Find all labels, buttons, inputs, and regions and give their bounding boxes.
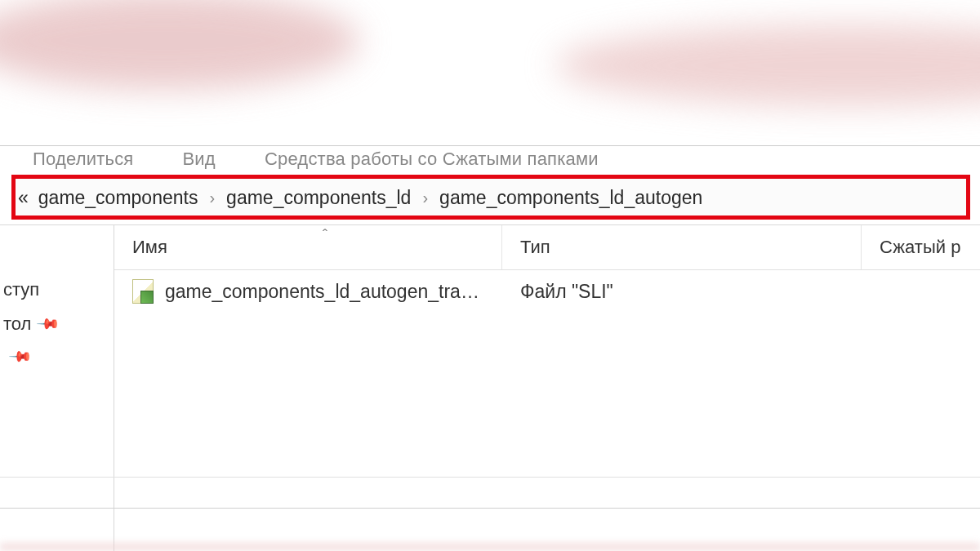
ribbon-tabs: Поделиться Вид Средства работы со Сжатым…: [0, 145, 980, 171]
ribbon-view[interactable]: Вид: [182, 149, 215, 170]
column-header-type[interactable]: Тип: [502, 225, 862, 269]
bottom-fade: [0, 543, 980, 551]
column-headers: Имя Тип Сжатый р: [114, 225, 980, 270]
breadcrumb-seg-2[interactable]: game_components_ld_autogen: [439, 187, 702, 209]
breadcrumb[interactable]: « game_components › game_components_ld ›…: [18, 171, 702, 224]
file-icon: [132, 279, 154, 304]
breadcrumb-overflow[interactable]: «: [18, 187, 29, 209]
pin-icon: 📌: [7, 344, 33, 369]
sidebar: ступ тол 📌 📌: [0, 225, 114, 551]
file-name-cell: game_components_ld_autogen_tra…: [114, 279, 502, 304]
column-header-name[interactable]: Имя: [114, 225, 502, 269]
sidebar-item-0[interactable]: ступ: [0, 273, 114, 307]
sidebar-item-label: ступ: [3, 279, 39, 300]
divider: [0, 477, 980, 478]
column-header-compressed[interactable]: Сжатый р: [862, 225, 980, 269]
file-type-cell: Файл "SLI": [502, 281, 862, 303]
ribbon-share[interactable]: Поделиться: [33, 149, 133, 170]
sidebar-item-2[interactable]: 📌: [0, 341, 114, 372]
breadcrumb-seg-1[interactable]: game_components_ld: [226, 187, 411, 209]
chevron-right-icon: ›: [207, 189, 216, 207]
address-bar-region: « game_components › game_components_ld ›…: [0, 171, 980, 225]
explorer-main: ступ тол 📌 📌 Имя Тип Сжатый р game_compo…: [0, 225, 980, 551]
file-row[interactable]: game_components_ld_autogen_tra… Файл "SL…: [114, 270, 980, 313]
sidebar-item-1[interactable]: тол 📌: [0, 307, 114, 341]
top-banner: [0, 0, 980, 145]
divider: [0, 508, 980, 509]
file-name-text: game_components_ld_autogen_tra…: [165, 281, 479, 303]
file-list: Имя Тип Сжатый р game_components_ld_auto…: [114, 225, 980, 551]
pin-icon: 📌: [36, 311, 61, 336]
ribbon-tools[interactable]: Средства работы со Сжатыми папками: [265, 149, 599, 170]
sidebar-item-label: тол: [3, 313, 31, 335]
chevron-right-icon: ›: [421, 189, 430, 207]
breadcrumb-seg-0[interactable]: game_components: [38, 187, 198, 209]
blur-b: [555, 24, 980, 106]
blur-a: [0, 0, 359, 90]
